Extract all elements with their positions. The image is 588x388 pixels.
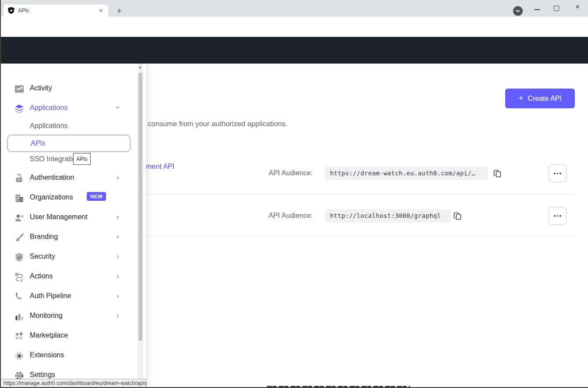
create-api-label: Create API — [528, 95, 561, 103]
row-menu-button[interactable] — [549, 207, 567, 225]
browser-window: ★ APIs × + × ← → ↻ manage.auth0.com/dash… — [0, 0, 588, 388]
marketplace-icon — [14, 331, 25, 342]
sidebar-item-monitoring[interactable]: Monitoring › — [0, 310, 137, 323]
extensions-gear-icon — [14, 351, 25, 361]
sidebar-item-extensions[interactable]: Extensions — [0, 349, 137, 363]
sidebar-item-user-management[interactable]: User Management › — [0, 211, 137, 224]
sidebar-item-applications[interactable]: Applications › — [0, 102, 137, 115]
new-tab-button[interactable]: + — [113, 5, 125, 17]
chevron-right-icon: › — [117, 311, 119, 320]
copy-icon[interactable] — [493, 169, 503, 178]
browser-update-icon[interactable] — [513, 6, 523, 16]
browser-titlebar: ★ APIs × + × — [0, 0, 588, 17]
create-api-button[interactable]: + Create API — [505, 89, 575, 108]
sidebar-navigation: Activity Applications › Applications API… — [0, 64, 146, 388]
tab-title: APIs — [18, 7, 97, 14]
audience-value[interactable]: http://localhost:3000/graphql — [325, 209, 451, 223]
audience-label: API Audience: — [269, 212, 313, 220]
sidebar-item-branding[interactable]: Branding › — [0, 231, 137, 244]
chevron-right-icon: › — [117, 173, 119, 182]
auth-pipeline-icon — [14, 292, 25, 302]
browser-toolbar: ← → ↻ manage.auth0.com/dashboard/eu/drea… — [0, 17, 588, 37]
sidebar-item-auth-pipeline[interactable]: Auth Pipeline › — [0, 290, 137, 303]
sidebar-item-actions[interactable]: Actions › — [0, 271, 137, 284]
scrollbar-thumb[interactable] — [138, 73, 142, 341]
sidebar-item-authentication[interactable]: Authentication › — [0, 172, 137, 185]
actions-flow-icon — [14, 272, 25, 282]
applications-layers-icon — [14, 103, 25, 114]
window-maximize-button[interactable] — [554, 6, 559, 11]
sidebar-scrollbar[interactable] — [138, 64, 143, 388]
monitoring-bars-icon — [14, 311, 25, 322]
chevron-down-icon: › — [113, 106, 122, 109]
sidebar-item-apis-selected[interactable]: APIs — [7, 135, 131, 152]
copy-icon[interactable] — [453, 211, 463, 221]
chevron-right-icon: › — [117, 272, 119, 281]
window-minimize-button[interactable] — [535, 9, 540, 10]
sidebar-item-security[interactable]: Security › — [0, 251, 137, 264]
activity-icon — [14, 84, 25, 94]
lock-icon — [14, 173, 25, 184]
sidebar-item-marketplace[interactable]: Marketplace — [0, 330, 137, 343]
scrollbar-up-arrow[interactable] — [139, 66, 142, 68]
audience-value[interactable]: https://dream-watch.eu.auth0.com/api/… — [325, 167, 488, 180]
branding-brush-icon — [14, 232, 25, 243]
apis-tooltip: APIs — [73, 153, 91, 165]
sidebar-item-activity[interactable]: Activity — [0, 82, 137, 96]
shield-check-icon — [14, 252, 25, 263]
sidebar-item-sso-integrations[interactable]: SSO Integrations — [0, 153, 137, 167]
plus-icon: + — [518, 93, 523, 103]
new-badge: NEW — [87, 192, 106, 201]
browser-tab[interactable]: ★ APIs × — [4, 4, 108, 17]
organizations-icon — [14, 193, 25, 203]
user-management-icon — [14, 213, 25, 223]
row-divider — [146, 194, 574, 194]
chevron-right-icon: › — [117, 232, 119, 241]
auth0-favicon-icon: ★ — [8, 7, 14, 14]
sidebar-item-organizations[interactable]: Organizations NEW — [0, 192, 137, 205]
tab-close-icon[interactable]: × — [97, 7, 105, 14]
auth0-header: ★ dream-watch Discuss your needs Docs — [0, 37, 588, 64]
api-name-link[interactable]: ment API — [146, 163, 174, 171]
row-menu-button[interactable] — [549, 164, 567, 182]
window-close-button[interactable]: × — [572, 2, 583, 12]
page-description: consume from your authorized application… — [148, 120, 287, 128]
chevron-right-icon: › — [117, 213, 119, 221]
chevron-right-icon: › — [117, 292, 119, 300]
chevron-right-icon: › — [117, 252, 119, 261]
audience-label: API Audience: — [269, 169, 313, 177]
status-bar: https://manage.auth0.com/dashboard/eu/dr… — [0, 379, 146, 388]
window-left-edge — [0, 0, 1, 388]
sidebar-item-applications-sub[interactable]: Applications — [0, 120, 137, 133]
row-divider — [146, 235, 574, 235]
